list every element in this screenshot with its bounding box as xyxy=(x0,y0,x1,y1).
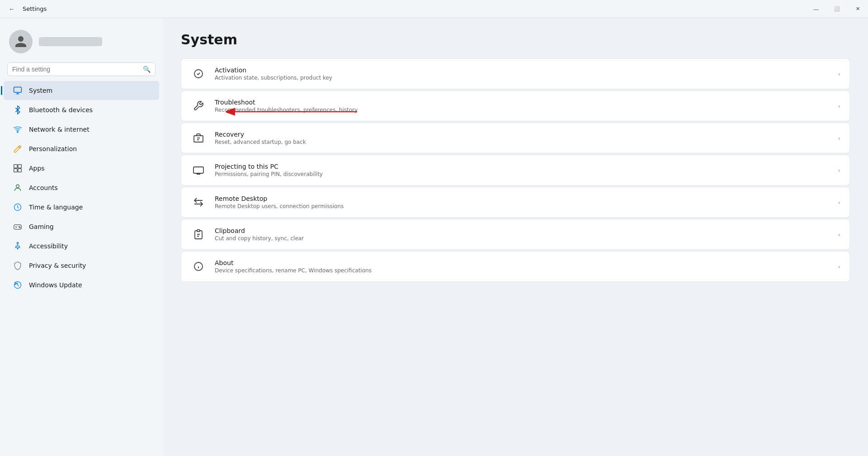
search-input[interactable] xyxy=(12,66,139,73)
remote-desktop-icon xyxy=(190,194,207,210)
search-icon: 🔍 xyxy=(143,66,151,73)
nav-item-label: Bluetooth & devices xyxy=(29,106,93,114)
item-text: About Device specifications, rename PC, … xyxy=(215,259,830,274)
settings-item-about[interactable]: About Device specifications, rename PC, … xyxy=(181,251,850,282)
nav-item-label: Gaming xyxy=(29,223,54,230)
titlebar: ← Settings — ⬜ ✕ xyxy=(0,0,868,18)
nav-item-label: Time & language xyxy=(29,204,83,211)
apps-icon xyxy=(13,163,23,173)
titlebar-controls: — ⬜ ✕ xyxy=(806,0,868,18)
chevron-right-icon: › xyxy=(838,103,840,109)
item-title: Recovery xyxy=(215,131,830,138)
system-icon xyxy=(13,86,23,95)
nav-item-label: Network & internet xyxy=(29,126,90,133)
back-button[interactable]: ← xyxy=(5,3,18,15)
item-subtitle: Remote Desktop users, connection permiss… xyxy=(215,203,830,209)
svg-point-6 xyxy=(16,185,19,188)
sidebar-item-personalization[interactable]: Personalization xyxy=(4,139,159,158)
sidebar-item-system[interactable]: System xyxy=(4,81,159,100)
chevron-right-icon: › xyxy=(838,135,840,142)
troubleshoot-icon xyxy=(190,98,207,114)
chevron-right-icon: › xyxy=(838,167,840,174)
username-placeholder xyxy=(39,37,102,46)
chevron-right-icon: › xyxy=(838,231,840,238)
svg-rect-0 xyxy=(14,87,22,93)
sidebar-item-accessibility[interactable]: Accessibility xyxy=(4,237,159,256)
svg-point-11 xyxy=(17,242,18,244)
settings-container: Activation Activation state, subscriptio… xyxy=(181,58,850,282)
activation-icon xyxy=(190,66,207,82)
sidebar-item-apps[interactable]: Apps xyxy=(4,159,159,178)
item-title: Activation xyxy=(215,66,830,74)
settings-item-clipboard[interactable]: Clipboard Cut and copy history, sync, cl… xyxy=(181,219,850,250)
about-icon xyxy=(190,258,207,275)
settings-list: Activation Activation state, subscriptio… xyxy=(181,58,850,282)
chevron-right-icon: › xyxy=(838,199,840,206)
sidebar-item-time[interactable]: Time & language xyxy=(4,198,159,217)
item-subtitle: Reset, advanced startup, go back xyxy=(215,139,830,145)
item-title: Projecting to this PC xyxy=(215,163,830,170)
svg-point-10 xyxy=(19,227,20,228)
nav-item-label: System xyxy=(29,87,52,94)
svg-rect-3 xyxy=(18,165,22,168)
projecting-icon xyxy=(190,162,207,178)
privacy-icon xyxy=(13,261,23,271)
close-button[interactable]: ✕ xyxy=(847,0,868,18)
svg-point-1 xyxy=(17,132,19,133)
item-subtitle: Permissions, pairing PIN, discoverabilit… xyxy=(215,171,830,177)
search-box[interactable]: 🔍 xyxy=(7,62,156,76)
maximize-button[interactable]: ⬜ xyxy=(826,0,847,18)
user-section xyxy=(0,23,163,62)
network-icon xyxy=(13,124,23,134)
item-subtitle: Recommended troubleshooters, preferences… xyxy=(215,107,830,113)
accessibility-icon xyxy=(13,241,23,251)
item-subtitle: Activation state, subscriptions, product… xyxy=(215,75,830,81)
sidebar-item-gaming[interactable]: Gaming xyxy=(4,217,159,236)
minimize-button[interactable]: — xyxy=(806,0,826,18)
nav-list: System Bluetooth & devices Network & int… xyxy=(0,81,163,295)
sidebar-item-accounts[interactable]: Accounts xyxy=(4,178,159,197)
svg-rect-18 xyxy=(197,230,200,232)
clipboard-icon xyxy=(190,226,207,242)
gaming-icon xyxy=(13,222,23,232)
nav-item-label: Accessibility xyxy=(29,242,68,250)
recovery-icon xyxy=(190,130,207,146)
main-content: System Activation Activation state, subs… xyxy=(163,18,868,456)
item-title: Remote Desktop xyxy=(215,195,830,202)
settings-item-remote-desktop[interactable]: Remote Desktop Remote Desktop users, con… xyxy=(181,187,850,218)
time-icon xyxy=(13,202,23,212)
sidebar: 🔍 System Bluetooth & devices Network & i… xyxy=(0,18,163,456)
nav-item-label: Windows Update xyxy=(29,281,82,289)
svg-rect-16 xyxy=(194,136,203,142)
avatar xyxy=(9,30,33,53)
settings-item-recovery[interactable]: Recovery Reset, advanced startup, go bac… xyxy=(181,123,850,153)
settings-item-activation[interactable]: Activation Activation state, subscriptio… xyxy=(181,58,850,89)
item-title: Troubleshoot xyxy=(215,99,830,106)
settings-item-troubleshoot[interactable]: Troubleshoot Recommended troubleshooters… xyxy=(181,90,850,121)
app-body: 🔍 System Bluetooth & devices Network & i… xyxy=(0,18,868,456)
svg-rect-2 xyxy=(14,165,18,168)
item-text: Clipboard Cut and copy history, sync, cl… xyxy=(215,227,830,242)
item-text: Projecting to this PC Permissions, pairi… xyxy=(215,163,830,177)
item-text: Troubleshoot Recommended troubleshooters… xyxy=(215,99,830,113)
item-title: About xyxy=(215,259,830,266)
nav-item-label: Accounts xyxy=(29,184,58,191)
sidebar-item-privacy[interactable]: Privacy & security xyxy=(4,256,159,275)
settings-item-projecting[interactable]: Projecting to this PC Permissions, pairi… xyxy=(181,155,850,185)
svg-rect-4 xyxy=(14,169,18,172)
personalization-icon xyxy=(13,144,23,154)
nav-item-label: Privacy & security xyxy=(29,262,86,269)
item-text: Recovery Reset, advanced startup, go bac… xyxy=(215,131,830,145)
chevron-right-icon: › xyxy=(838,71,840,77)
svg-rect-5 xyxy=(18,169,22,172)
sidebar-item-bluetooth[interactable]: Bluetooth & devices xyxy=(4,100,159,119)
sidebar-item-windows-update[interactable]: Windows Update xyxy=(4,276,159,294)
item-text: Activation Activation state, subscriptio… xyxy=(215,66,830,81)
nav-item-label: Apps xyxy=(29,165,45,172)
nav-item-label: Personalization xyxy=(29,145,77,152)
titlebar-title: Settings xyxy=(23,5,47,12)
accounts-icon xyxy=(13,183,23,193)
sidebar-item-network[interactable]: Network & internet xyxy=(4,120,159,139)
chevron-right-icon: › xyxy=(838,263,840,270)
item-subtitle: Device specifications, rename PC, Window… xyxy=(215,267,830,274)
